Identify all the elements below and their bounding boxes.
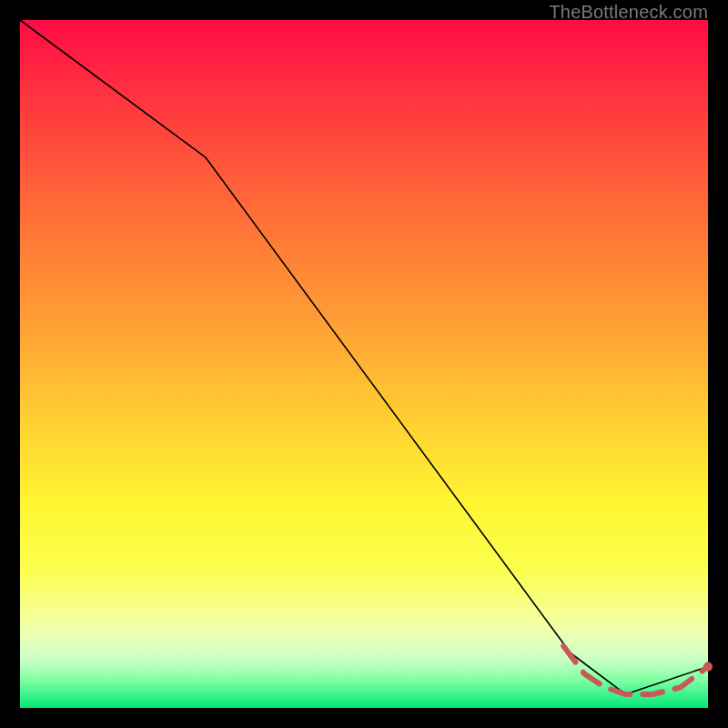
chart-overlay xyxy=(20,20,708,708)
optimal-region-line xyxy=(563,646,708,694)
chart-frame: TheBottleneck.com xyxy=(0,0,728,728)
end-point-marker xyxy=(703,662,713,672)
bottleneck-curve xyxy=(20,20,708,694)
